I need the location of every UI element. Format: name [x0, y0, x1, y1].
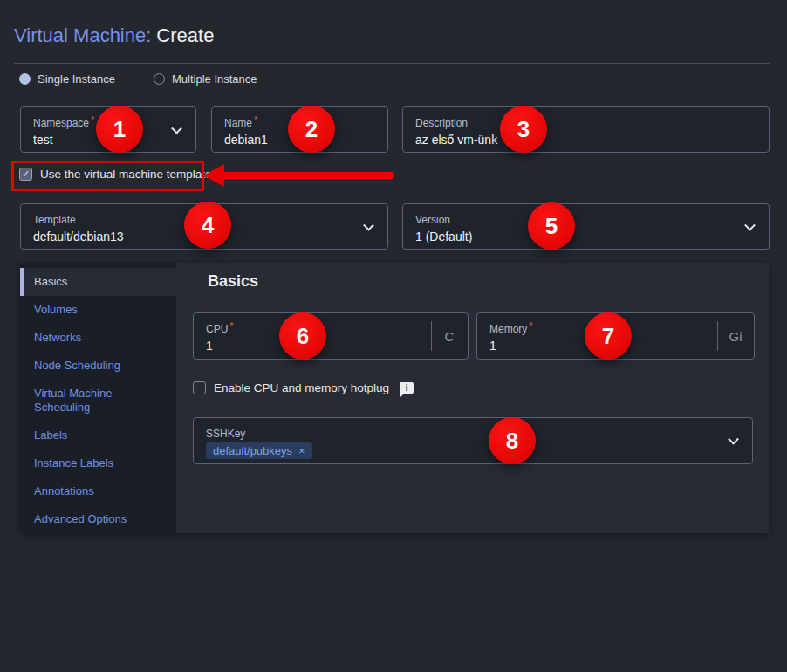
checkbox-unchecked-icon[interactable]	[193, 381, 206, 394]
tab-node-scheduling[interactable]: Node Scheduling	[20, 352, 176, 380]
annotation-circle-7: 7	[585, 312, 632, 360]
sshkey-tag-label: default/pubkeys	[213, 444, 292, 457]
version-select[interactable]: Version 1 (Default)	[402, 203, 770, 250]
tab-panel-basics: Basics CPU* 1 C Memory* 1 Gi Enable CPU …	[176, 263, 769, 533]
vm-create-page: Virtual Machine:Create Single Instance M…	[0, 0, 787, 672]
annotation-highlight-rect	[11, 161, 204, 191]
radio-unselected-icon[interactable]	[154, 73, 165, 85]
memory-label: Memory	[489, 323, 527, 335]
description-label: Description	[415, 117, 468, 129]
panel-title: Basics	[208, 272, 258, 291]
tab-basics[interactable]: Basics	[20, 268, 176, 296]
name-label: Name	[224, 117, 252, 129]
required-marker: *	[529, 320, 532, 331]
tab-annotations[interactable]: Annotations	[20, 477, 176, 505]
annotation-circle-2: 2	[288, 106, 335, 153]
annotation-arrow	[222, 172, 394, 179]
annotation-circle-5: 5	[528, 202, 575, 250]
page-title: Virtual Machine:Create	[14, 24, 214, 47]
tab-labels[interactable]: Labels	[20, 422, 176, 449]
tab-section: Basics Volumes Networks Node Scheduling …	[20, 263, 769, 533]
page-title-suffix: Create	[156, 24, 214, 46]
cpu-input[interactable]: CPU* 1 C	[193, 312, 469, 360]
required-marker: *	[91, 114, 94, 125]
template-label: Template	[33, 214, 76, 226]
tab-networks[interactable]: Networks	[20, 324, 176, 352]
required-marker: *	[254, 114, 257, 125]
sshkey-label: SSHKey	[206, 428, 245, 440]
radio-single-instance[interactable]: Single Instance	[19, 72, 115, 86]
memory-unit-suffix: Gi	[717, 313, 754, 359]
tag-remove-icon[interactable]: ×	[298, 444, 305, 457]
cpu-value: 1	[206, 339, 455, 353]
tab-advanced-options[interactable]: Advanced Options	[20, 505, 176, 533]
annotation-circle-1: 1	[96, 106, 143, 153]
radio-single-instance-label: Single Instance	[38, 72, 115, 86]
annotation-circle-8: 8	[489, 417, 536, 464]
description-input[interactable]: Description az első vm-ünk	[402, 106, 770, 153]
sshkey-select[interactable]: SSHKey default/pubkeys ×	[193, 417, 753, 464]
version-value: 1 (Default)	[415, 230, 756, 243]
radio-multiple-instance[interactable]: Multiple Instance	[154, 72, 257, 86]
hotplug-checkbox[interactable]: Enable CPU and memory hotplug i	[193, 381, 414, 394]
radio-multiple-instance-label: Multiple Instance	[172, 72, 257, 86]
annotation-arrow-head-icon	[203, 164, 224, 187]
tab-sidebar: Basics Volumes Networks Node Scheduling …	[20, 263, 176, 533]
annotation-circle-3: 3	[500, 106, 547, 153]
page-title-prefix: Virtual Machine:	[14, 24, 151, 46]
radio-selected-icon[interactable]	[19, 73, 31, 85]
tab-vm-scheduling[interactable]: Virtual Machine Scheduling	[20, 380, 176, 422]
cpu-unit-suffix: C	[431, 313, 468, 359]
tab-instance-labels[interactable]: Instance Labels	[20, 449, 176, 477]
hotplug-label: Enable CPU and memory hotplug	[214, 381, 389, 394]
cpu-label: CPU	[206, 323, 228, 335]
tab-volumes[interactable]: Volumes	[20, 296, 176, 324]
description-value: az első vm-ünk	[415, 133, 756, 147]
header-divider	[14, 63, 770, 64]
version-label: Version	[415, 214, 450, 226]
info-tooltip-icon[interactable]: i	[400, 382, 414, 394]
annotation-circle-6: 6	[279, 312, 326, 360]
sshkey-tag: default/pubkeys ×	[206, 442, 312, 459]
namespace-label: Namespace	[33, 117, 89, 129]
required-marker: *	[229, 320, 233, 331]
annotation-circle-4: 4	[184, 202, 231, 249]
